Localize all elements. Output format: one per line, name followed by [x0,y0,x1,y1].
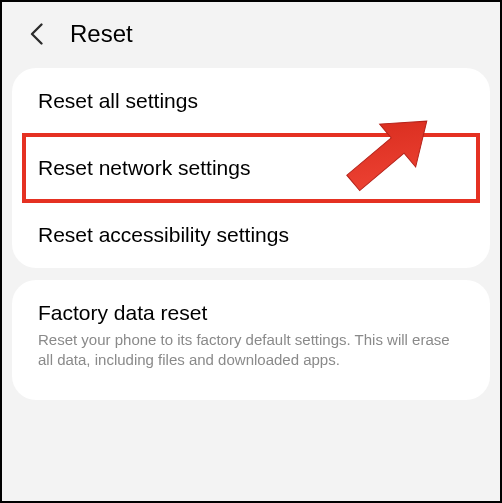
list-item-label: Reset network settings [38,156,464,180]
reset-network-settings[interactable]: Reset network settings [12,135,490,201]
header: Reset [2,2,500,62]
factory-reset-card: Factory data reset Reset your phone to i… [12,280,490,400]
list-item-label: Reset all settings [38,89,464,113]
list-item-label: Reset accessibility settings [38,223,464,247]
factory-data-reset[interactable]: Factory data reset Reset your phone to i… [12,280,490,392]
back-icon[interactable] [22,20,50,48]
list-item-label: Factory data reset [38,301,464,325]
reset-options-card: Reset all settings Reset network setting… [12,68,490,268]
list-item-subtitle: Reset your phone to its factory default … [38,330,464,371]
page-title: Reset [70,20,133,48]
reset-all-settings[interactable]: Reset all settings [12,68,490,134]
reset-accessibility-settings[interactable]: Reset accessibility settings [12,202,490,268]
